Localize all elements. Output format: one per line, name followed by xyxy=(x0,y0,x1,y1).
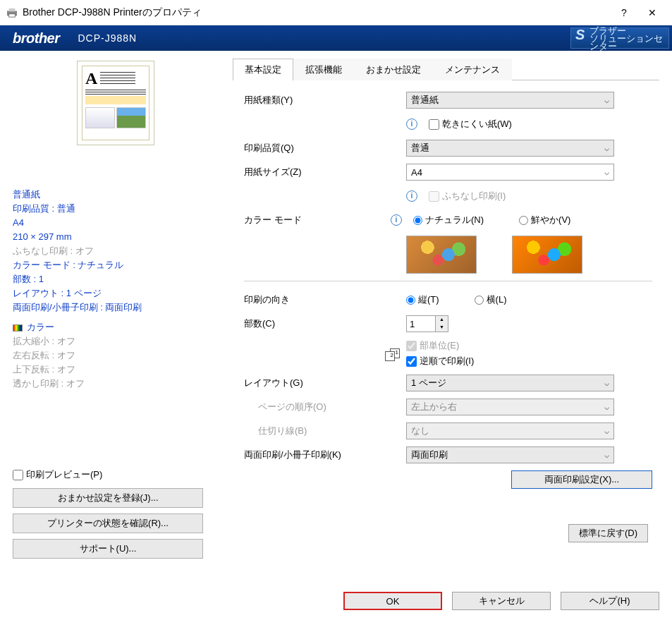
color-mode-label: カラー モード xyxy=(244,214,406,226)
divider xyxy=(244,281,652,281)
border-line-select: なし xyxy=(406,423,614,439)
spinner-up-icon[interactable]: ▲ xyxy=(436,316,448,324)
natural-thumbnail xyxy=(406,236,477,274)
summary-scale: 拡大縮小 : オフ xyxy=(13,334,219,348)
summary-media: 普通紙 xyxy=(13,188,219,202)
summary-duplex: 両面印刷/小冊子印刷 : 両面印刷 xyxy=(13,300,219,315)
sidebar: A 普通紙 印刷品質 : 普通 A4 210 × 297 mm ふちなし印刷 :… xyxy=(0,51,226,587)
titlebar: Brother DCP-J988N Printerのプロパティ ? ✕ xyxy=(0,0,672,25)
summary-watermark: 透かし印刷 : オフ xyxy=(13,377,219,391)
summary-dims: 210 × 297 mm xyxy=(13,230,219,244)
collate-checkbox[interactable]: 部単位(E) xyxy=(406,339,459,352)
register-preset-button[interactable]: おまかせ設定を登録(J)... xyxy=(13,488,203,508)
preview-thumbnail: A xyxy=(77,61,154,145)
copies-input[interactable] xyxy=(407,316,435,332)
reverse-order-checkbox[interactable]: 逆順で印刷(I) xyxy=(406,355,474,367)
summary-colormode: カラー モード : ナチュラル xyxy=(13,258,219,272)
quality-label: 印刷品質(Q) xyxy=(244,142,406,154)
summary-color: カラー xyxy=(13,320,219,334)
svg-rect-2 xyxy=(9,13,16,16)
vivid-thumbnail xyxy=(512,236,582,274)
media-type-label: 用紙種類(Y) xyxy=(244,94,406,107)
page-order-select: 左上から右 xyxy=(406,399,614,415)
layout-select[interactable]: 1 ページ xyxy=(406,375,614,391)
info-icon[interactable]: i xyxy=(391,214,402,226)
orientation-label: 印刷の向き xyxy=(244,293,406,306)
summary-borderless: ふちなし印刷 : オフ xyxy=(13,244,219,258)
tab-presets[interactable]: おまかせ設定 xyxy=(354,59,433,80)
borderless-checkbox[interactable]: ふちなし印刷(I) xyxy=(429,190,506,202)
brother-logo: brother xyxy=(13,30,60,47)
printer-icon xyxy=(6,8,18,18)
summary-size: A4 xyxy=(13,216,219,230)
support-button[interactable]: サポート(U)... xyxy=(13,539,203,559)
main-panel: 基本設定 拡張機能 おまかせ設定 メンテナンス 用紙種類(Y) 普通紙 i 乾き… xyxy=(226,51,672,587)
duplex-label: 両面印刷/小冊子印刷(K) xyxy=(244,449,406,461)
window-title: Brother DCP-J988N Printerのプロパティ xyxy=(23,6,610,19)
portrait-radio[interactable]: 縦(T) xyxy=(406,293,439,306)
brand-bar: brother DCP-J988N S ブラザーソリューションセンター xyxy=(0,25,672,51)
cancel-button[interactable]: キャンセル xyxy=(452,592,551,610)
reset-defaults-button[interactable]: 標準に戻す(D) xyxy=(568,524,648,542)
media-type-select[interactable]: 普通紙 xyxy=(406,92,614,109)
svg-rect-1 xyxy=(9,8,16,11)
copies-label: 部数(C) xyxy=(244,317,406,330)
help-button[interactable]: ヘルプ(H) xyxy=(561,592,659,610)
summary-layout: レイアウト : 1 ページ xyxy=(13,286,219,300)
print-preview-checkbox[interactable]: 印刷プレビュー(P) xyxy=(13,468,219,481)
color-vivid-radio[interactable]: 鮮やか(V) xyxy=(519,214,570,226)
printer-status-button[interactable]: プリンターの状態を確認(R)... xyxy=(13,513,203,533)
copies-spinner[interactable]: ▲▼ xyxy=(406,315,448,332)
paper-size-select[interactable]: A4 xyxy=(406,164,614,181)
color-natural-radio[interactable]: ナチュラル(N) xyxy=(413,214,484,226)
dialog-button-bar: OK キャンセル ヘルプ(H) xyxy=(343,592,659,610)
summary-copies: 部数 : 1 xyxy=(13,272,219,286)
tab-bar: 基本設定 拡張機能 おまかせ設定 メンテナンス xyxy=(233,58,659,80)
duplex-settings-button[interactable]: 両面印刷設定(X)... xyxy=(511,470,652,489)
paper-size-label: 用紙サイズ(Z) xyxy=(244,166,406,178)
color-swatch-icon xyxy=(13,324,23,332)
solutions-s-icon: S xyxy=(575,31,585,39)
info-icon[interactable]: i xyxy=(406,118,417,130)
tab-basic[interactable]: 基本設定 xyxy=(233,59,293,80)
ok-button[interactable]: OK xyxy=(343,592,442,610)
solutions-center-button[interactable]: S ブラザーソリューションセンター xyxy=(570,28,669,49)
settings-summary: 普通紙 印刷品質 : 普通 A4 210 × 297 mm ふちなし印刷 : オ… xyxy=(13,188,219,391)
summary-flip: 上下反転 : オフ xyxy=(13,363,219,377)
info-icon[interactable]: i xyxy=(406,190,417,202)
help-button[interactable]: ? xyxy=(610,2,638,23)
summary-quality: 印刷品質 : 普通 xyxy=(13,202,219,216)
slow-dry-checkbox[interactable]: 乾きにくい紙(W) xyxy=(429,118,512,130)
layout-label: レイアウト(G) xyxy=(244,377,406,389)
landscape-radio[interactable]: 横(L) xyxy=(475,293,507,306)
quality-select[interactable]: 普通 xyxy=(406,140,614,157)
page-order-label: ページの順序(O) xyxy=(244,401,406,413)
tab-maintenance[interactable]: メンテナンス xyxy=(433,59,512,80)
border-line-label: 仕切り線(B) xyxy=(244,425,406,437)
duplex-select[interactable]: 両面印刷 xyxy=(406,446,614,463)
summary-mirror: 左右反転 : オフ xyxy=(13,348,219,363)
close-button[interactable]: ✕ xyxy=(638,2,666,23)
spinner-down-icon[interactable]: ▼ xyxy=(436,324,448,332)
tab-advanced[interactable]: 拡張機能 xyxy=(293,59,354,80)
model-name: DCP-J988N xyxy=(78,32,138,44)
